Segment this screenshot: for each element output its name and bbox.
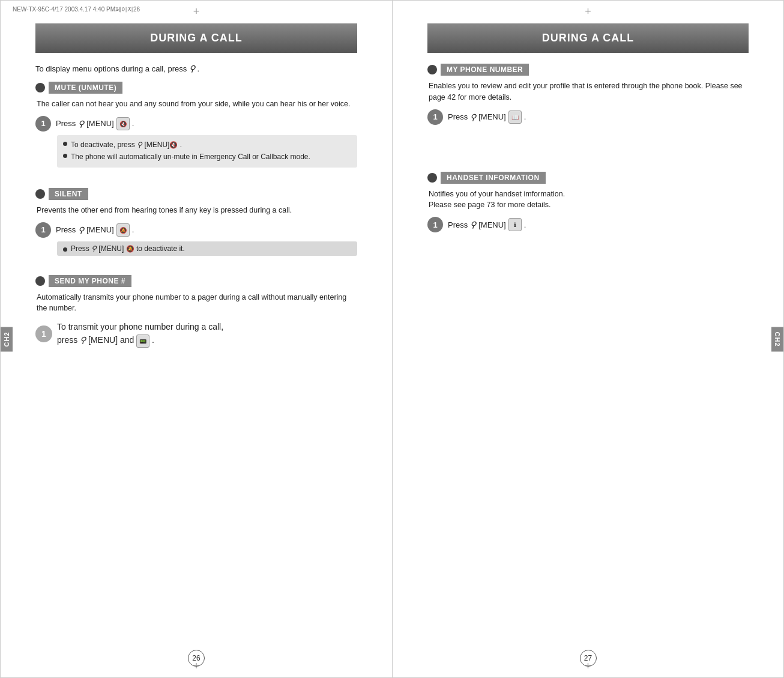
top-crosshair-left bbox=[193, 5, 200, 18]
mute-label: MUTE (UNMUTE) bbox=[49, 82, 122, 94]
send-body: Automatically transmits your phone numbe… bbox=[35, 292, 357, 315]
left-page-number: 26 bbox=[188, 650, 205, 667]
handset-dot bbox=[427, 173, 437, 183]
send-step-full-text: To transmit your phone number during a c… bbox=[57, 320, 223, 348]
mute-menu-icon: ⚲ bbox=[78, 119, 84, 129]
mute-period: . bbox=[132, 119, 134, 128]
mute-body: The caller can not hear you and any soun… bbox=[35, 98, 357, 110]
mute-note-text-1: To deactivate, press ⚲ [MENU]🔇 . bbox=[71, 139, 182, 150]
silent-subnote-bullet bbox=[63, 247, 67, 252]
silent-subnote-text: Press ⚲ [MENU] 🔕 to deactivate it. bbox=[71, 244, 185, 253]
myphone-dot bbox=[427, 65, 437, 74]
handset-body: Notifies you of your handset imformation… bbox=[427, 189, 749, 211]
mute-note-1: To deactivate, press ⚲ [MENU]🔇 . bbox=[63, 139, 351, 150]
send-section-title: SEND MY PHONE # bbox=[35, 275, 357, 287]
silent-section-title: SILENT bbox=[35, 188, 357, 200]
mute-step-text: Press ⚲ [MENU] 🔇 . bbox=[56, 117, 134, 130]
mute-note-box: To deactivate, press ⚲ [MENU]🔇 . The pho… bbox=[57, 135, 357, 168]
handset-step-circle: 1 bbox=[427, 217, 443, 232]
ch-tab-left: CH2 bbox=[1, 327, 13, 351]
send-dot bbox=[35, 276, 45, 286]
handset-label: HANDSET INFORMATION bbox=[441, 172, 546, 184]
right-page-number: 27 bbox=[580, 650, 597, 667]
book-spread: NEW-TX-95C-4/17 2003.4.17 4:40 PM페이지26 C… bbox=[0, 0, 784, 678]
send-step-text: To transmit your phone number during a c… bbox=[57, 320, 223, 348]
silent-key-icon: 🔕 bbox=[116, 223, 130, 237]
mute-step-row: 1 Press ⚲ [MENU] 🔇 . bbox=[35, 116, 357, 132]
mute-bullet-2 bbox=[63, 154, 67, 158]
silent-step-text: Press ⚲ [MENU] 🔕 . bbox=[56, 223, 134, 237]
handset-key-icon: ℹ bbox=[508, 218, 522, 231]
handset-section-title: HANDSET INFORMATION bbox=[427, 172, 749, 184]
handset-menu-label: [MENU] bbox=[478, 220, 506, 229]
silent-period: . bbox=[132, 225, 134, 234]
mute-step-circle: 1 bbox=[35, 116, 51, 132]
handset-menu-icon: ⚲ bbox=[470, 220, 476, 229]
handset-press-label: Press bbox=[448, 220, 468, 229]
silent-menu-icon: ⚲ bbox=[78, 225, 84, 235]
myphone-menu-icon: ⚲ bbox=[470, 112, 476, 122]
myphone-step-circle: 1 bbox=[427, 109, 443, 125]
myphone-key-icon: 📖 bbox=[508, 110, 522, 124]
silent-dot bbox=[35, 189, 45, 199]
silent-subnote: Press ⚲ [MENU] 🔕 to deactivate it. bbox=[57, 241, 357, 256]
send-step-row: 1 To transmit your phone number during a… bbox=[35, 320, 357, 348]
silent-press-label: Press bbox=[56, 225, 76, 234]
myphone-label: MY PHONE NUMBER bbox=[441, 64, 529, 76]
send-step-circle: 1 bbox=[35, 325, 52, 342]
mute-note-text-2: The phone will automatically un-mute in … bbox=[71, 151, 310, 162]
file-info: NEW-TX-95C-4/17 2003.4.17 4:40 PM페이지26 bbox=[13, 5, 140, 14]
intro-text: To display menu options during a call, p… bbox=[35, 64, 357, 73]
top-crosshair-right bbox=[585, 5, 591, 18]
right-page-number-circle: 27 bbox=[580, 650, 597, 667]
myphone-menu-label: [MENU] bbox=[478, 112, 506, 121]
handset-step-text: Press ⚲ [MENU] ℹ . bbox=[448, 218, 526, 231]
myphone-step-row: 1 Press ⚲ [MENU] 📖 . bbox=[427, 109, 749, 125]
myphone-section-title: MY PHONE NUMBER bbox=[427, 64, 749, 76]
left-page: NEW-TX-95C-4/17 2003.4.17 4:40 PM페이지26 C… bbox=[0, 0, 392, 678]
mute-bullet-1 bbox=[63, 142, 67, 146]
right-page-header: DURING A CALL bbox=[427, 23, 749, 53]
mute-key-icon: 🔇 bbox=[116, 117, 130, 130]
silent-label: SILENT bbox=[49, 188, 88, 200]
mute-section-title: MUTE (UNMUTE) bbox=[35, 82, 357, 94]
mute-dot bbox=[35, 83, 45, 92]
myphone-press-label: Press bbox=[448, 112, 468, 121]
right-page: CH2 DURING A CALL MY PHONE NUMBER Enable… bbox=[392, 0, 784, 678]
left-page-header: DURING A CALL bbox=[35, 23, 357, 53]
left-page-number-circle: 26 bbox=[188, 650, 205, 667]
myphone-body: Enables you to review and edit your prof… bbox=[427, 80, 749, 103]
handset-step-row: 1 Press ⚲ [MENU] ℹ . bbox=[427, 217, 749, 232]
silent-step-circle: 1 bbox=[35, 222, 51, 238]
ch-tab-right: CH2 bbox=[771, 327, 783, 351]
myphone-period: . bbox=[524, 112, 526, 121]
myphone-step-text: Press ⚲ [MENU] 📖 . bbox=[448, 110, 526, 124]
silent-menu-label: [MENU] bbox=[86, 225, 114, 234]
silent-step-row: 1 Press ⚲ [MENU] 🔕 . bbox=[35, 222, 357, 238]
send-key-icon: 📟 bbox=[136, 334, 149, 348]
mute-note-2: The phone will automatically un-mute in … bbox=[63, 151, 351, 162]
handset-period: . bbox=[524, 220, 526, 229]
mute-press-label: Press bbox=[56, 119, 76, 128]
silent-body: Prevents the other end from hearing tone… bbox=[35, 205, 357, 216]
send-label: SEND MY PHONE # bbox=[49, 275, 131, 287]
mute-menu-label: [MENU] bbox=[86, 119, 114, 128]
